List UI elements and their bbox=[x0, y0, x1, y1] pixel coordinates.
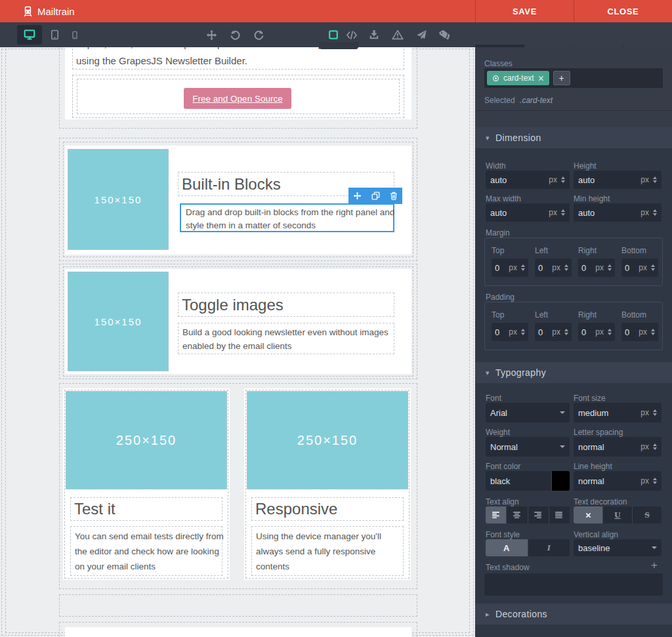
empty-section-outline[interactable] bbox=[59, 594, 417, 617]
placeholder-label: 150×150 bbox=[94, 194, 142, 205]
responsive-text[interactable]: Using the device manager you'll always s… bbox=[251, 526, 404, 576]
stepper[interactable] bbox=[564, 264, 568, 271]
align-right-button[interactable] bbox=[528, 506, 549, 524]
stepper[interactable] bbox=[653, 443, 657, 450]
padding-top-field[interactable]: Top 0px bbox=[492, 310, 528, 341]
stepper[interactable] bbox=[651, 329, 655, 335]
text-shadow-list[interactable] bbox=[484, 573, 663, 596]
stepper[interactable] bbox=[653, 409, 657, 416]
margin-bottom-field[interactable]: Bottom 0px bbox=[621, 246, 658, 277]
padding-bottom-field[interactable]: Bottom 0px bbox=[621, 310, 658, 341]
device-tablet-button[interactable] bbox=[46, 22, 63, 47]
close-button[interactable]: CLOSE bbox=[574, 0, 672, 22]
weight-select[interactable]: Normal bbox=[486, 437, 570, 457]
margin-top-field[interactable]: Top 0px bbox=[492, 246, 528, 277]
align-left-button[interactable] bbox=[486, 506, 507, 524]
min-height-input[interactable]: auto px bbox=[574, 203, 662, 222]
decoration-strikethrough-button[interactable]: S bbox=[633, 506, 662, 524]
color-swatch[interactable] bbox=[551, 471, 570, 491]
card-text-line-2: enabled by the email clients bbox=[182, 339, 390, 353]
class-tag[interactable]: card-text bbox=[487, 71, 549, 85]
line-height-input[interactable]: normal px bbox=[574, 471, 662, 491]
redo-button[interactable] bbox=[249, 22, 268, 47]
font-style-label: Font style bbox=[486, 530, 520, 539]
max-width-input[interactable]: auto px bbox=[486, 203, 570, 222]
decorations-section-header[interactable]: ▸ Decorations bbox=[475, 604, 672, 625]
add-text-shadow-button[interactable]: + bbox=[651, 559, 658, 572]
delete-component-button[interactable] bbox=[390, 192, 398, 200]
style-bold-button[interactable]: A bbox=[486, 539, 528, 556]
width-input[interactable]: auto px bbox=[486, 171, 570, 189]
align-justify-button[interactable] bbox=[549, 506, 570, 524]
stepper[interactable] bbox=[653, 478, 657, 484]
undo-button[interactable] bbox=[226, 22, 244, 47]
warnings-button[interactable] bbox=[388, 22, 407, 47]
import-template-button[interactable] bbox=[365, 22, 383, 47]
card-text-line-1: Using the device manager you'll bbox=[256, 529, 399, 544]
test-it-card[interactable]: 250×150 Test it You can send email tests… bbox=[63, 388, 230, 580]
selected-card-text[interactable]: Drag and drop built-in blocks from the r… bbox=[180, 203, 394, 232]
clone-component-button[interactable] bbox=[371, 192, 380, 200]
stepper[interactable] bbox=[653, 176, 657, 183]
drag-component-button[interactable] bbox=[353, 192, 362, 200]
responsive-card[interactable]: 250×150 Responsive Using the device mana… bbox=[244, 388, 411, 580]
classes-input[interactable]: card-text + bbox=[484, 68, 663, 88]
test-it-title-box[interactable]: Test it bbox=[70, 497, 222, 521]
unit-label: px bbox=[509, 263, 517, 272]
email-canvas[interactable]: Import, build, test and export responsiv… bbox=[0, 47, 475, 637]
intro-card[interactable]: Import, build, test and export responsiv… bbox=[65, 47, 411, 119]
toggle-images-card[interactable]: 150×150 Toggle images Build a good looki… bbox=[65, 269, 411, 374]
stepper[interactable] bbox=[608, 329, 612, 335]
footer-card[interactable] bbox=[65, 627, 411, 637]
padding-left-field[interactable]: Left 0px bbox=[535, 310, 572, 341]
save-button[interactable]: SAVE bbox=[475, 0, 574, 22]
placeholder-image-150[interactable]: 150×150 bbox=[68, 149, 169, 250]
align-center-button[interactable] bbox=[507, 506, 528, 524]
dimension-section-header[interactable]: ▾ Dimension bbox=[475, 127, 672, 148]
letter-spacing-input[interactable]: normal px bbox=[574, 437, 662, 457]
remove-class-icon[interactable] bbox=[538, 75, 544, 81]
font-select[interactable]: Arial bbox=[486, 403, 570, 422]
merge-tags-button[interactable] bbox=[434, 22, 454, 47]
free-open-source-label: Free and Open Source bbox=[192, 94, 282, 104]
decoration-none-button[interactable] bbox=[574, 506, 603, 524]
placeholder-image-150[interactable]: 150×150 bbox=[68, 272, 169, 371]
fullscreen-move-button[interactable] bbox=[202, 22, 220, 47]
stepper[interactable] bbox=[561, 176, 565, 183]
stepper[interactable] bbox=[561, 209, 565, 216]
align-right-icon bbox=[534, 512, 542, 518]
send-test-button[interactable] bbox=[412, 22, 430, 47]
add-class-button[interactable]: + bbox=[553, 71, 570, 85]
vertical-align-select[interactable]: baseline bbox=[574, 539, 662, 556]
stepper[interactable] bbox=[651, 264, 655, 271]
free-open-source-button[interactable]: Free and Open Source bbox=[184, 88, 291, 109]
font-color-value: black bbox=[490, 476, 510, 486]
height-input[interactable]: auto px bbox=[574, 171, 662, 189]
font-color-input[interactable]: black bbox=[486, 471, 570, 491]
classes-label: Classes bbox=[484, 59, 513, 68]
min-height-label: Min height bbox=[574, 194, 610, 203]
placeholder-image-250[interactable]: 250×150 bbox=[247, 391, 408, 489]
toggle-images-title-box[interactable]: Toggle images bbox=[178, 293, 394, 317]
placeholder-image-250[interactable]: 250×150 bbox=[66, 391, 227, 489]
stepper[interactable] bbox=[564, 329, 568, 335]
padding-right-field[interactable]: Right 0px bbox=[578, 310, 615, 341]
stepper[interactable] bbox=[521, 329, 525, 335]
responsive-title-box[interactable]: Responsive bbox=[251, 497, 404, 521]
test-it-text[interactable]: You can send email tests directly from t… bbox=[70, 526, 222, 576]
toggle-images-text[interactable]: Build a good looking newsletter even wit… bbox=[178, 323, 394, 354]
style-italic-button[interactable]: I bbox=[528, 539, 570, 556]
margin-left-field[interactable]: Left 0px bbox=[535, 246, 572, 277]
device-desktop-button[interactable] bbox=[17, 25, 42, 45]
margin-right-field[interactable]: Right 0px bbox=[578, 246, 615, 277]
typography-section-header[interactable]: ▾ Typography bbox=[475, 362, 672, 383]
device-mobile-button[interactable] bbox=[67, 22, 83, 47]
card-text-line-3: contents bbox=[256, 559, 399, 574]
padding-left-value: 0 bbox=[538, 327, 543, 337]
font-size-input[interactable]: medium px bbox=[574, 403, 662, 422]
stepper[interactable] bbox=[653, 209, 657, 216]
stepper[interactable] bbox=[521, 264, 525, 271]
stepper[interactable] bbox=[608, 264, 612, 271]
intro-text[interactable]: Import, build, test and export responsiv… bbox=[72, 47, 404, 70]
decoration-underline-button[interactable]: U bbox=[603, 506, 633, 524]
